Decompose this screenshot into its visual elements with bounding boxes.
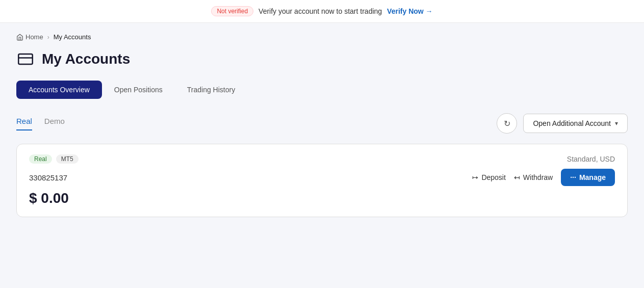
deposit-label: Deposit bbox=[481, 173, 505, 181]
chevron-down-icon: ▾ bbox=[615, 120, 618, 127]
home-icon bbox=[16, 34, 23, 41]
card-badges: Real MT5 bbox=[29, 154, 79, 164]
breadcrumb: Home › My Accounts bbox=[16, 33, 628, 41]
card-actions: ↦ Deposit ↤ Withdraw ··· Manage bbox=[472, 169, 615, 186]
tab-nav: Accounts Overview Open Positions Trading… bbox=[16, 81, 628, 99]
accounts-row: Real Demo ↻ Open Additional Account ▾ bbox=[16, 113, 628, 134]
account-number: 330825137 bbox=[29, 173, 67, 182]
page-content: Home › My Accounts My Accounts Accounts … bbox=[0, 23, 644, 283]
withdraw-button[interactable]: ↤ Withdraw bbox=[514, 173, 553, 181]
manage-dots-icon: ··· bbox=[570, 173, 576, 181]
account-balance: $ 0.00 bbox=[29, 190, 615, 206]
tab-open-positions[interactable]: Open Positions bbox=[102, 81, 175, 99]
svg-rect-0 bbox=[18, 54, 33, 64]
card-account-type: Standard, USD bbox=[567, 155, 615, 163]
banner-message: Verify your account now to start trading bbox=[259, 7, 382, 15]
accounts-icon bbox=[16, 50, 35, 68]
breadcrumb-current: My Accounts bbox=[54, 33, 91, 41]
account-type-tabs: Real Demo bbox=[16, 117, 65, 130]
tab-trading-history[interactable]: Trading History bbox=[175, 81, 247, 99]
open-account-label: Open Additional Account bbox=[533, 119, 611, 127]
badge-mt5: MT5 bbox=[56, 154, 79, 164]
withdraw-label: Withdraw bbox=[523, 173, 553, 181]
tab-demo[interactable]: Demo bbox=[44, 117, 65, 130]
withdraw-icon: ↤ bbox=[514, 173, 520, 181]
manage-label: Manage bbox=[579, 173, 606, 181]
breadcrumb-separator: › bbox=[47, 34, 49, 41]
tab-accounts-overview[interactable]: Accounts Overview bbox=[16, 81, 102, 99]
account-card: Real MT5 Standard, USD 330825137 ↦ Depos… bbox=[16, 144, 628, 217]
verify-now-link[interactable]: Verify Now → bbox=[387, 7, 432, 15]
page-title-row: My Accounts bbox=[16, 50, 628, 68]
badge-real: Real bbox=[29, 154, 52, 164]
deposit-icon: ↦ bbox=[472, 173, 478, 181]
page-title: My Accounts bbox=[42, 51, 130, 67]
refresh-button[interactable]: ↻ bbox=[497, 113, 517, 134]
actions-row: ↻ Open Additional Account ▾ bbox=[497, 113, 628, 134]
manage-button[interactable]: ··· Manage bbox=[561, 169, 615, 186]
card-mid-row: 330825137 ↦ Deposit ↤ Withdraw ··· Manag… bbox=[29, 169, 615, 186]
not-verified-badge: Not verified bbox=[211, 6, 253, 16]
breadcrumb-home[interactable]: Home bbox=[16, 33, 43, 41]
refresh-icon: ↻ bbox=[504, 119, 510, 128]
verify-banner: Not verified Verify your account now to … bbox=[0, 0, 644, 23]
deposit-button[interactable]: ↦ Deposit bbox=[472, 173, 505, 181]
card-top-row: Real MT5 Standard, USD bbox=[29, 154, 615, 164]
tab-real[interactable]: Real bbox=[16, 117, 32, 130]
open-additional-account-button[interactable]: Open Additional Account ▾ bbox=[523, 114, 628, 133]
